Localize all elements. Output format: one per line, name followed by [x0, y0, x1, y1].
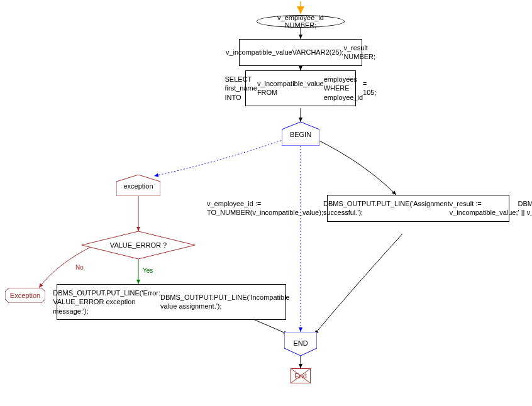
decl-vars-node: v_incompatible_valueVARCHAR2(25); v_resu… — [239, 39, 362, 66]
try-line3: v_result := v_incompatible_value; — [450, 199, 518, 217]
end-block-node: END — [284, 332, 317, 356]
error-line1: DBMS_OUTPUT.PUT_LINE('Error: VALUE_ERROR… — [53, 288, 160, 315]
decl-vars-line2: v_result NUMBER; — [343, 43, 375, 62]
end-terminal-label: End — [294, 372, 307, 380]
yes-edge-label: Yes — [141, 267, 154, 274]
select-line3: employees WHERE employee_id — [324, 75, 363, 102]
exception-terminal-label: Exception — [10, 292, 40, 299]
value-error-decision: VALUE_ERROR ? — [82, 231, 195, 259]
decl-employee-id-text: v_employee_id NUMBER; — [262, 14, 339, 29]
no-edge-label: No — [74, 264, 85, 271]
try-line1: v_employee_id := TO_NUMBER(v_incompatibl… — [207, 199, 323, 217]
error-line2: DBMS_OUTPUT.PUT_LINE('Incompatible value… — [160, 293, 290, 311]
select-line1: SELECT first_name INTO — [225, 75, 257, 102]
select-line2: v_incompatible_value FROM — [257, 79, 324, 97]
try-block-node: v_employee_id := TO_NUMBER(v_incompatibl… — [327, 195, 509, 222]
exception-node: exception — [116, 175, 160, 196]
end-block-label: END — [293, 339, 308, 347]
select-stmt-node: SELECT first_name INTO v_incompatible_va… — [245, 70, 356, 106]
exception-terminal-node: Exception — [5, 288, 45, 303]
try-line4: DBMS_OUTPUT.PUT_LINE('Result: ' || v_res… — [518, 199, 532, 217]
decl-vars-line1: v_incompatible_valueVARCHAR2(25); — [226, 48, 344, 57]
error-output-node: DBMS_OUTPUT.PUT_LINE('Error: VALUE_ERROR… — [57, 284, 286, 320]
decl-employee-id-node: v_employee_id NUMBER; — [257, 15, 345, 28]
try-line2: DBMS_OUTPUT.PUT_LINE('Assignment success… — [323, 199, 450, 217]
begin-label: BEGIN — [290, 131, 311, 138]
begin-node: BEGIN — [282, 122, 319, 146]
exception-label: exception — [123, 182, 153, 190]
select-line4: = 105; — [363, 79, 376, 97]
end-terminal-node: End — [291, 368, 311, 383]
value-error-label: VALUE_ERROR ? — [110, 241, 167, 249]
